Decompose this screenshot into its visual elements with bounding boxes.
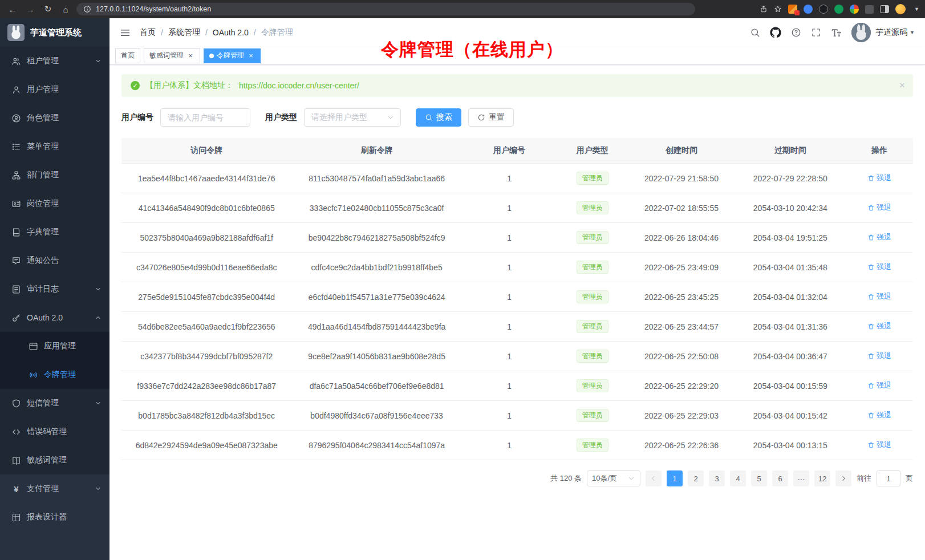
user-menu[interactable]: 芋道源码 ▼	[851, 23, 915, 42]
action-cell: 强退	[846, 431, 913, 460]
close-icon[interactable]: ×	[899, 80, 905, 91]
tab-token[interactable]: 令牌管理 ×	[204, 48, 261, 63]
chevron-down-icon[interactable]: ▼	[914, 6, 919, 12]
sidebar-item-post[interactable]: 岗位管理	[0, 189, 109, 218]
table-row: 41c41346a548490f9dc8b01c6bfe0865 333ecfc…	[121, 193, 913, 223]
extension-icon[interactable]	[850, 5, 859, 14]
refresh-token-cell: 811c530487574fa0af1a59d3abc1aa66	[291, 164, 461, 193]
fullscreen-icon[interactable]	[811, 27, 821, 38]
force-logout-button[interactable]: 强退	[867, 351, 891, 361]
user-type-badge: 管理员	[577, 261, 608, 274]
sidebar-item-label: 报表设计器	[27, 512, 67, 522]
page-button-1[interactable]: 1	[667, 470, 683, 486]
user-type-select[interactable]: 请选择用户类型	[304, 108, 401, 127]
user-id-cell: 1	[462, 193, 557, 223]
force-logout-button[interactable]: 强退	[867, 440, 891, 450]
app-logo[interactable]: 芋道管理系统	[0, 18, 109, 47]
extension-icon[interactable]	[834, 5, 843, 14]
address-bar[interactable]: 127.0.0.1:1024/system/oauth2/token	[76, 3, 695, 15]
collapse-sidebar-icon[interactable]	[120, 27, 131, 38]
extensions-puzzle-icon[interactable]	[865, 5, 874, 14]
delete-icon	[867, 263, 875, 271]
sidebar-item-pay[interactable]: ¥ 支付管理	[0, 474, 109, 503]
sidebar-item-oauth-app[interactable]: 应用管理	[0, 332, 109, 360]
user-id-cell: 1	[462, 253, 557, 282]
share-icon[interactable]	[760, 5, 768, 13]
page-ellipsis-button[interactable]: ···	[793, 470, 809, 486]
sidebar-item-dept[interactable]: 部门管理	[0, 161, 109, 189]
sidebar-item-sensitive-word[interactable]: 敏感词管理	[0, 446, 109, 474]
extension-icon[interactable]	[804, 5, 813, 14]
create-time-cell: 2022-06-25 22:29:03	[628, 401, 735, 431]
sidebar-item-label: 令牌管理	[44, 370, 76, 380]
action-cell: 强退	[846, 193, 913, 223]
force-logout-button[interactable]: 强退	[867, 232, 891, 242]
sidebar-item-menu[interactable]: 菜单管理	[0, 132, 109, 161]
back-button[interactable]: ←	[6, 2, 19, 16]
sidebar-item-oauth-token[interactable]: 令牌管理	[0, 360, 109, 389]
breadcrumb-item-home[interactable]: 首页	[140, 27, 156, 38]
bookmark-star-icon[interactable]	[774, 5, 782, 13]
close-icon[interactable]: ×	[186, 52, 194, 60]
close-icon[interactable]: ×	[247, 52, 255, 60]
create-time-cell: 2022-07-29 21:58:50	[628, 164, 735, 193]
user-id-cell: 1	[462, 312, 557, 342]
doc-link[interactable]: https://doc.iocoder.cn/user-center/	[239, 81, 359, 90]
sidebar-item-tenant[interactable]: 租户管理	[0, 47, 109, 75]
force-logout-button[interactable]: 强退	[867, 173, 891, 183]
tab-home[interactable]: 首页	[115, 48, 140, 63]
sidebar-item-audit-log[interactable]: 审计日志	[0, 275, 109, 303]
col-expire-time: 过期时间	[735, 138, 846, 164]
user-id-input[interactable]	[160, 108, 250, 127]
reload-button[interactable]: ↻	[41, 2, 55, 16]
extension-icon[interactable]	[819, 5, 828, 14]
chevron-down-icon	[95, 485, 102, 492]
user-id-cell: 1	[462, 401, 557, 431]
force-logout-button[interactable]: 强退	[867, 291, 891, 302]
action-cell: 强退	[846, 223, 913, 253]
breadcrumb-item-system[interactable]: 系统管理	[168, 27, 200, 38]
access-token-cell: f9336e7c7dd242a283ee98dc86b17a87	[121, 371, 291, 401]
force-logout-button[interactable]: 强退	[867, 380, 891, 391]
sidebar-item-role[interactable]: 角色管理	[0, 104, 109, 132]
search-button[interactable]: 搜索	[416, 108, 461, 127]
reset-button[interactable]: 重置	[468, 108, 514, 127]
delete-icon	[867, 234, 875, 241]
sidebar-item-error-code[interactable]: 错误码管理	[0, 417, 109, 446]
sidebar-item-label: 岗位管理	[27, 198, 59, 209]
help-icon[interactable]	[791, 27, 801, 38]
page-button-4[interactable]: 4	[730, 470, 746, 486]
sidebar-item-user[interactable]: 用户管理	[0, 75, 109, 104]
sidebar-item-report-designer[interactable]: 报表设计器	[0, 503, 109, 531]
sidebar-item-notice[interactable]: 通知公告	[0, 246, 109, 275]
page-button-2[interactable]: 2	[688, 470, 704, 486]
search-icon	[425, 113, 433, 121]
github-icon[interactable]	[770, 27, 781, 38]
next-page-button[interactable]	[835, 470, 851, 486]
extension-icon[interactable]	[788, 5, 797, 14]
page-button-6[interactable]: 6	[772, 470, 788, 486]
search-icon[interactable]	[750, 27, 760, 38]
breadcrumb-item-oauth[interactable]: OAuth 2.0	[213, 28, 249, 37]
prev-page-button[interactable]	[646, 470, 662, 486]
sidebar-item-oauth[interactable]: OAuth 2.0	[0, 303, 109, 332]
sidebar-item-dict[interactable]: 字典管理	[0, 218, 109, 246]
page-button-12[interactable]: 12	[814, 470, 830, 486]
goto-page-input[interactable]	[877, 470, 900, 486]
forward-button[interactable]: →	[23, 2, 37, 16]
force-logout-button[interactable]: 强退	[867, 202, 891, 213]
page-button-5[interactable]: 5	[751, 470, 767, 486]
page-button-3[interactable]: 3	[709, 470, 725, 486]
sidebar-item-sms[interactable]: 短信管理	[0, 389, 109, 417]
browser-profile-avatar[interactable]	[895, 4, 906, 14]
force-logout-button[interactable]: 强退	[867, 262, 891, 272]
font-size-icon[interactable]	[831, 27, 842, 38]
avatar	[851, 23, 871, 42]
split-view-icon[interactable]	[880, 5, 889, 13]
home-button[interactable]: ⌂	[59, 2, 72, 16]
tab-sensitive-word[interactable]: 敏感词管理 ×	[144, 48, 200, 63]
force-logout-button[interactable]: 强退	[867, 321, 891, 331]
force-logout-button[interactable]: 强退	[867, 410, 891, 420]
org-tree-icon	[11, 171, 21, 180]
page-size-select[interactable]: 10条/页	[587, 470, 640, 486]
